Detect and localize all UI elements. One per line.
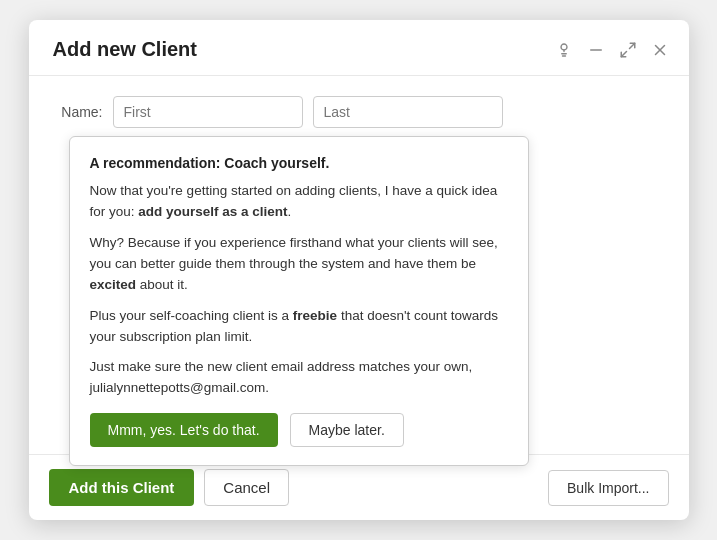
maybe-later-button[interactable]: Maybe later. xyxy=(290,413,404,447)
svg-point-0 xyxy=(561,44,567,50)
recommendation-popup: A recommendation: Coach yourself. Now th… xyxy=(69,136,529,466)
minimize-icon[interactable] xyxy=(587,40,605,59)
rec-para1: Now that you're getting started on addin… xyxy=(90,181,508,223)
svg-line-3 xyxy=(621,52,626,57)
modal-body: Name: Email: A recommendation: Coach you… xyxy=(29,76,689,454)
rec-body: Now that you're getting started on addin… xyxy=(90,181,508,399)
rec-para2: Why? Because if you experience firsthand… xyxy=(90,233,508,296)
cancel-button[interactable]: Cancel xyxy=(204,469,289,506)
rec-para3: Plus your self-coaching client is a free… xyxy=(90,306,508,348)
lightbulb-icon[interactable] xyxy=(555,40,573,59)
modal-header: Add new Client xyxy=(29,20,689,76)
header-actions xyxy=(555,40,669,59)
add-client-modal: Add new Client xyxy=(29,20,689,520)
first-name-input[interactable] xyxy=(113,96,303,128)
expand-icon[interactable] xyxy=(619,40,637,59)
name-row: Name: xyxy=(53,96,665,128)
footer-left: Add this Client Cancel xyxy=(49,469,290,506)
add-client-button[interactable]: Add this Client xyxy=(49,469,195,506)
last-name-input[interactable] xyxy=(313,96,503,128)
yes-button[interactable]: Mmm, yes. Let's do that. xyxy=(90,413,278,447)
bulk-import-button[interactable]: Bulk Import... xyxy=(548,470,668,506)
name-label: Name: xyxy=(53,104,103,120)
rec-actions: Mmm, yes. Let's do that. Maybe later. xyxy=(90,413,508,447)
svg-line-2 xyxy=(629,43,634,48)
close-icon[interactable] xyxy=(651,40,669,59)
modal-title: Add new Client xyxy=(53,38,197,61)
rec-title: A recommendation: Coach yourself. xyxy=(90,155,508,171)
rec-para4: Just make sure the new client email addr… xyxy=(90,357,508,399)
